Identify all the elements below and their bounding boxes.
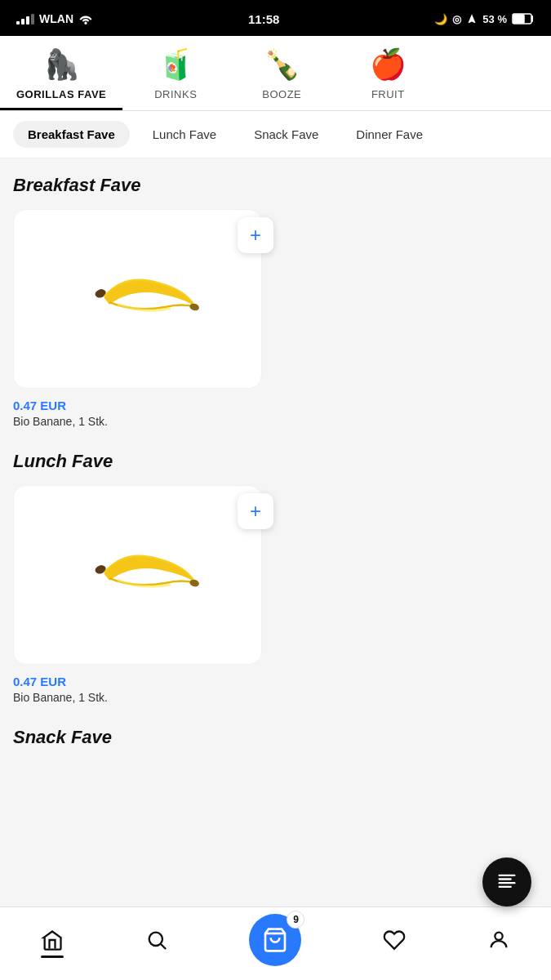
nav-profile[interactable] (471, 922, 527, 958)
cart-badge: 9 (287, 911, 304, 929)
snack-section-title: Snack Fave (13, 727, 538, 748)
product-card-banana2: + (13, 485, 262, 665)
battery-label: 53 % (482, 13, 507, 25)
category-tabs: 🦍 GORILLAS FAVE 🧃 DRINKS 🍾 BOOZE 🍎 FRUIT (0, 36, 551, 111)
lunch-section-title: Lunch Fave (13, 451, 538, 472)
product-card-banana1: + (13, 209, 262, 389)
filter-pills: Breakfast Fave Lunch Fave Snack Fave Din… (0, 111, 551, 158)
location-icon: ◎ (452, 13, 461, 25)
svg-rect-6 (499, 875, 516, 876)
gorillas-icon: 🦍 (43, 44, 80, 85)
list-fab-button[interactable] (482, 858, 531, 906)
add-banana2-button[interactable]: + (238, 493, 273, 529)
cart-icon (262, 927, 288, 953)
svg-rect-7 (499, 878, 512, 880)
cart-button[interactable]: 9 (249, 914, 301, 966)
wifi-icon (78, 13, 93, 24)
status-right: 🌙 ◎ 53 % (434, 13, 535, 25)
booze-icon: 🍾 (264, 44, 300, 85)
svg-rect-8 (499, 882, 516, 884)
home-active-indicator (41, 956, 64, 958)
category-tab-booze-label: BOOZE (262, 88, 301, 100)
nav-favorites[interactable] (367, 922, 422, 958)
add-banana1-button[interactable]: + (238, 217, 273, 253)
status-bar: WLAN 11:58 🌙 ◎ 53 % (0, 0, 551, 36)
main-content: Breakfast Fave (0, 158, 551, 777)
category-tab-drinks-label: DRINKS (154, 88, 197, 100)
pill-lunch[interactable]: Lunch Fave (138, 121, 231, 148)
breakfast-section: Breakfast Fave (13, 175, 538, 451)
banana2-name: Bio Banane, 1 Stk. (13, 691, 262, 704)
category-tab-booze[interactable]: 🍾 BOOZE (229, 36, 335, 110)
category-tab-drinks[interactable]: 🧃 DRINKS (122, 36, 229, 110)
banana2-image-container (13, 485, 262, 665)
svg-point-5 (189, 578, 199, 587)
banana1-image-container (13, 209, 262, 389)
moon-icon: 🌙 (434, 13, 447, 25)
nav-search[interactable] (129, 922, 184, 958)
nav-home[interactable] (24, 922, 80, 958)
svg-rect-9 (499, 886, 512, 888)
pill-dinner[interactable]: Dinner Fave (341, 121, 438, 148)
svg-point-3 (189, 302, 199, 311)
category-tab-gorillas-label: GORILLAS FAVE (16, 88, 106, 100)
bottom-nav: 9 (0, 906, 551, 980)
svg-point-12 (495, 932, 502, 939)
category-tab-gorillas[interactable]: 🦍 GORILLAS FAVE (0, 36, 122, 110)
heart-icon (383, 929, 406, 951)
arrow-icon (466, 13, 478, 24)
pill-snack[interactable]: Snack Fave (239, 121, 333, 148)
category-tab-fruit[interactable]: 🍎 FRUIT (335, 36, 441, 110)
battery-icon (512, 13, 535, 24)
banana1-price: 0.47 EUR (13, 399, 262, 412)
fruit-icon: 🍎 (370, 44, 407, 85)
profile-icon (487, 929, 510, 951)
search-icon (145, 929, 168, 951)
lunch-section: Lunch Fave + 0.47 EUR Bio Banane, 1 Stk. (13, 451, 538, 727)
banana2-image (64, 534, 211, 616)
category-tab-fruit-label: FRUIT (371, 88, 405, 100)
snack-section: Snack Fave (13, 727, 538, 748)
banana1-name: Bio Banane, 1 Stk. (13, 415, 262, 428)
breakfast-section-title: Breakfast Fave (13, 175, 538, 196)
drinks-icon: 🧃 (158, 44, 194, 85)
pill-breakfast[interactable]: Breakfast Fave (13, 121, 130, 148)
status-left: WLAN (16, 12, 93, 25)
banana1-image (64, 258, 211, 340)
signal-icon (16, 14, 34, 24)
banana2-price: 0.47 EUR (13, 675, 262, 688)
list-icon (495, 871, 518, 893)
status-time: 11:58 (248, 12, 279, 26)
carrier-label: WLAN (39, 12, 73, 25)
nav-cart[interactable]: 9 (233, 907, 318, 973)
svg-rect-1 (513, 15, 524, 23)
home-icon (41, 929, 64, 951)
